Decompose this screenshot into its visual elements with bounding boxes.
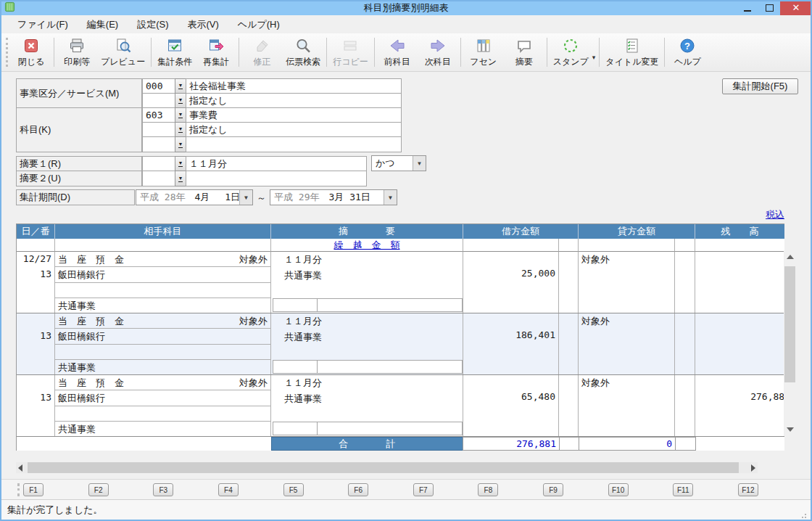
edit-icon [253,37,270,54]
stamp-icon [562,37,579,54]
recalculate-button[interactable]: 再集計 [196,33,236,71]
subject-code-field-2[interactable] [142,122,175,137]
period-to-field[interactable]: 平成 29年 3月 31日 ▼ [270,189,397,205]
subject-dropdown-3[interactable]: ▼ [175,136,186,152]
dropdown-icon: ▼ [178,83,183,89]
business-division-label: 事業区分／サービス(M) [16,78,142,108]
toolbar-grip [6,38,8,67]
fkey-f2[interactable]: F2 [88,483,109,496]
fkey-f8[interactable]: F8 [478,483,498,496]
fkey-f10[interactable]: F10 [608,483,629,496]
summary2-text-field[interactable] [186,171,367,186]
title-change-button[interactable]: タイトル変更 [602,33,662,71]
dropdown-icon: ▼ [178,160,183,167]
scroll-left-icon[interactable] [18,464,22,472]
business-dropdown-2[interactable]: ▼ [175,93,186,108]
business-dropdown-1[interactable]: ▼ [175,78,186,94]
menu-settings[interactable]: 設定(S) [137,18,168,31]
maximize-icon [766,4,774,12]
scroll-up-icon[interactable] [787,255,794,259]
summary2-dropdown[interactable]: ▼ [175,171,186,186]
scroll-down-icon[interactable] [787,427,794,432]
table-row[interactable]: 12/27 13 当 座 預 金対象外 飯田橋銀行 共通事業 １１月分 共通事業… [17,252,784,313]
stamp-button[interactable]: スタンプ [550,33,592,71]
business-code-field-2[interactable] [142,93,175,108]
close-report-button[interactable]: 閉じる [11,33,51,71]
vertical-scrollbar-thumb[interactable] [784,266,795,382]
maximize-button[interactable] [758,0,780,15]
summary1-text-field[interactable]: １１月分 [186,156,367,171]
close-window-button[interactable]: ✕ [780,0,812,15]
next-subject-button[interactable]: 次科目 [418,33,458,71]
counter-bank: 飯田橋銀行 [55,390,270,406]
debit-amount: 186,401 [515,329,555,340]
business-code-field-1[interactable]: 000 [142,78,175,94]
table-row[interactable]: 13 当 座 預 金対象外 飯田橋銀行 共通事業 １１月分 共通事業 65,48… [17,375,784,437]
resize-grip[interactable] [805,514,806,515]
row-copy-button: 行コピー [329,33,372,71]
summary1-dropdown[interactable]: ▼ [175,156,186,171]
summary1-code-field[interactable] [142,156,175,171]
fkey-f5[interactable]: F5 [283,483,304,496]
print-icon [68,37,86,54]
subject-code-field-3[interactable] [142,136,175,152]
search-icon [294,37,312,54]
counter-bank: 飯田橋銀行 [55,267,270,283]
help-button[interactable]: ? ヘルプ [667,33,708,71]
fkey-f3[interactable]: F3 [153,483,173,496]
minimize-button[interactable] [737,0,758,15]
combo-arrow-icon: ▼ [413,156,426,171]
preview-button[interactable]: プレビュー [97,33,149,71]
counter-subject: 当 座 預 金 [58,316,124,327]
debit-amount: 25,000 [521,268,555,279]
fkey-f6[interactable]: F6 [348,483,368,496]
subject-dropdown-2[interactable]: ▼ [175,122,186,137]
credit-note: 対象外 [579,313,674,328]
prev-subject-button[interactable]: 前科目 [377,33,418,71]
vertical-scrollbar[interactable] [784,250,796,436]
menu-help[interactable]: ヘルプ(H) [238,18,280,31]
prev-subject-icon [389,37,406,54]
fkey-f12[interactable]: F12 [738,483,758,496]
fkey-f7[interactable]: F7 [413,483,434,496]
fkey-f9[interactable]: F9 [543,483,563,496]
horizontal-scrollbar-thumb[interactable] [28,462,739,473]
start-aggregation-button[interactable]: 集計開始(F5) [722,78,798,94]
period-tilde: ～ [257,192,266,205]
fkey-f11[interactable]: F11 [673,483,693,496]
fkey-f4[interactable]: F4 [218,483,239,496]
fkey-f1[interactable]: F1 [23,483,44,496]
row-date [17,375,54,377]
summary-operator-combo[interactable]: かつ ▼ [371,155,426,171]
dropdown-icon: ▼ [178,126,183,133]
credit-note: 対象外 [579,252,674,266]
subject-dropdown-1[interactable]: ▼ [175,107,186,123]
table-row[interactable]: 13 当 座 預 金対象外 飯田橋銀行 共通事業 １１月分 共通事業 186,4… [17,313,784,375]
tax-included-link[interactable]: 税込 [766,208,784,221]
scroll-right-icon[interactable] [751,464,755,472]
menu-edit[interactable]: 編集(E) [87,18,118,31]
print-button[interactable]: 印刷等 [57,33,97,71]
subject-code-field-1[interactable]: 603 [142,107,175,123]
col-header-summary: 摘 要 [271,224,463,239]
dropdown-icon: ▼ [178,141,183,148]
status-bar: 集計が完了しました。 [1,499,811,520]
horizontal-scrollbar[interactable] [16,462,758,473]
stamp-dropdown-arrow[interactable]: ▾ [592,54,596,61]
menu-file[interactable]: ファイル(F) [17,18,68,31]
summary-text-box [317,360,463,374]
window-title: 科目別摘要別明細表 [0,1,812,15]
fusen-button[interactable]: フセン [463,33,504,71]
summary2-code-field[interactable] [142,171,175,186]
memo-button[interactable]: 摘要 [504,33,544,71]
conditions-icon [166,37,183,54]
col-header-counter: 相手科目 [55,224,271,239]
slip-search-button[interactable]: 伝票検索 [282,33,324,71]
business-desc-1: 社会福祉事業 [186,78,402,94]
col-header-credit: 貸方金額 [579,224,695,239]
period-from-field[interactable]: 平成 28年 4月 1日 ▼ [136,189,253,205]
summary-line1: １１月分 [271,375,463,390]
aggregate-conditions-button[interactable]: 集計条件 [154,33,196,71]
menu-view[interactable]: 表示(V) [188,18,219,31]
tax-flag: 対象外 [239,315,268,328]
